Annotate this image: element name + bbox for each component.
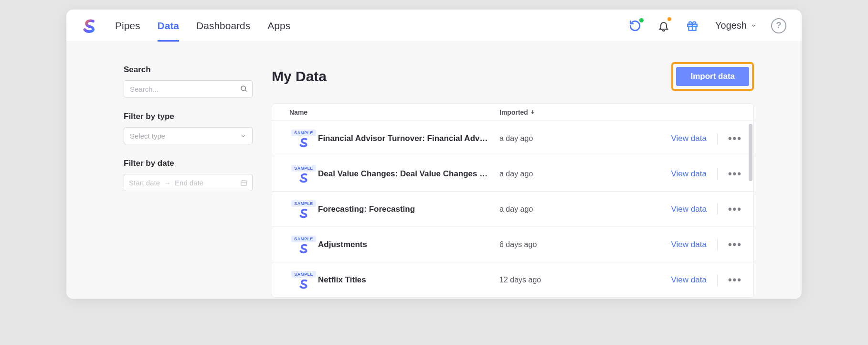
- app-window: Pipes Data Dashboards Apps: [66, 10, 802, 299]
- top-nav: Pipes Data Dashboards Apps: [66, 10, 802, 42]
- bell-icon[interactable]: [655, 17, 672, 34]
- sort-desc-icon: [530, 109, 535, 115]
- search-label: Search: [124, 65, 253, 75]
- row-icon-cell: SAMPLE: [289, 271, 318, 289]
- view-data-link[interactable]: View data: [671, 169, 707, 179]
- divider: [717, 239, 718, 250]
- view-data-link[interactable]: View data: [671, 275, 707, 285]
- svg-rect-5: [241, 181, 246, 185]
- nav-apps[interactable]: Apps: [267, 11, 290, 41]
- body: Search Filter by type Select type Filter…: [66, 42, 802, 299]
- row-icon-cell: SAMPLE: [289, 129, 318, 148]
- main-panel: My Data Import data Name Imported: [272, 42, 802, 299]
- sample-badge: SAMPLE: [291, 200, 316, 207]
- row-actions: View data •••: [671, 168, 742, 180]
- type-select[interactable]: Select type: [124, 127, 253, 144]
- nav-pipes[interactable]: Pipes: [115, 11, 140, 41]
- sample-badge: SAMPLE: [291, 129, 316, 136]
- row-name: Forecasting: Forecasting: [318, 205, 499, 214]
- more-menu-icon[interactable]: •••: [728, 275, 742, 285]
- row-actions: View data •••: [671, 133, 742, 144]
- end-date-placeholder: End date: [175, 179, 203, 187]
- row-imported: a day ago: [499, 134, 671, 143]
- user-menu[interactable]: Yogesh: [715, 20, 757, 31]
- source-logo-icon: [298, 137, 309, 148]
- col-name-header[interactable]: Name: [289, 108, 499, 116]
- scrollbar[interactable]: [749, 124, 752, 181]
- nav-data[interactable]: Data: [158, 11, 180, 41]
- table-row[interactable]: SAMPLE Netflix Titles 12 days ago View d…: [272, 262, 753, 298]
- main-nav: Pipes Data Dashboards Apps: [115, 11, 290, 41]
- row-icon-cell: SAMPLE: [289, 165, 318, 183]
- source-logo-icon: [298, 243, 309, 254]
- import-highlight: Import data: [671, 62, 754, 91]
- sample-badge: SAMPLE: [291, 165, 316, 172]
- row-name: Financial Advisor Turnover: Financial Ad…: [318, 134, 499, 143]
- start-date-placeholder: Start date: [129, 179, 160, 187]
- table-header: Name Imported: [272, 104, 753, 121]
- search-icon[interactable]: [240, 85, 248, 93]
- source-logo-icon: [298, 172, 309, 183]
- divider: [717, 274, 718, 286]
- notification-badge: [667, 16, 672, 22]
- filter-date-label: Filter by date: [124, 159, 253, 168]
- svg-point-3: [241, 86, 245, 90]
- row-icon-cell: SAMPLE: [289, 200, 318, 218]
- help-icon[interactable]: ?: [771, 18, 786, 33]
- table-row[interactable]: SAMPLE Deal Value Changes: Deal Value Ch…: [272, 156, 753, 192]
- table-row[interactable]: SAMPLE Financial Advisor Turnover: Finan…: [272, 121, 753, 156]
- table-row[interactable]: SAMPLE Adjustments 6 days ago View data …: [272, 227, 753, 262]
- col-imported-header[interactable]: Imported: [499, 108, 753, 116]
- date-range[interactable]: Start date → End date: [124, 174, 253, 191]
- svg-line-4: [245, 90, 246, 91]
- divider: [717, 204, 718, 215]
- filter-type-label: Filter by type: [124, 112, 253, 121]
- row-imported: a day ago: [499, 205, 671, 214]
- source-logo-icon: [298, 279, 309, 289]
- divider: [717, 168, 718, 180]
- brand-logo[interactable]: [81, 17, 98, 34]
- table-body: SAMPLE Financial Advisor Turnover: Finan…: [272, 121, 753, 298]
- search-input[interactable]: [124, 80, 253, 97]
- data-table: Name Imported SAMPLE: [272, 103, 754, 298]
- source-logo-icon: [298, 208, 309, 218]
- more-menu-icon[interactable]: •••: [728, 169, 742, 179]
- row-name: Deal Value Changes: Deal Value Changes -…: [318, 169, 499, 179]
- view-data-link[interactable]: View data: [671, 240, 707, 249]
- calendar-icon: [240, 179, 247, 186]
- arrow-right-icon: →: [164, 179, 171, 187]
- nav-dashboards[interactable]: Dashboards: [196, 11, 250, 41]
- row-name: Netflix Titles: [318, 275, 499, 285]
- row-icon-cell: SAMPLE: [289, 236, 318, 254]
- sample-badge: SAMPLE: [291, 236, 316, 242]
- table-row[interactable]: SAMPLE Forecasting: Forecasting a day ag…: [272, 192, 753, 227]
- row-imported: a day ago: [499, 170, 671, 178]
- sidebar: Search Filter by type Select type Filter…: [66, 42, 272, 299]
- chevron-down-icon: [240, 133, 246, 139]
- row-actions: View data •••: [671, 274, 742, 286]
- chevron-down-icon: [751, 22, 757, 29]
- search-box: [124, 80, 253, 97]
- gift-icon[interactable]: [684, 17, 701, 34]
- main-header: My Data Import data: [272, 62, 802, 91]
- more-menu-icon[interactable]: •••: [728, 204, 742, 215]
- import-data-button[interactable]: Import data: [676, 67, 749, 86]
- more-menu-icon[interactable]: •••: [728, 239, 742, 250]
- user-name: Yogesh: [715, 20, 747, 31]
- row-imported: 6 days ago: [499, 240, 671, 249]
- row-name: Adjustments: [318, 240, 499, 249]
- status-ok-badge: [638, 17, 645, 23]
- refresh-icon[interactable]: [626, 17, 644, 34]
- row-actions: View data •••: [671, 239, 742, 250]
- divider: [717, 133, 718, 144]
- row-imported: 12 days ago: [499, 276, 671, 284]
- type-select-placeholder: Select type: [130, 132, 165, 140]
- sample-badge: SAMPLE: [291, 271, 316, 278]
- more-menu-icon[interactable]: •••: [728, 133, 742, 144]
- view-data-link[interactable]: View data: [671, 205, 707, 214]
- view-data-link[interactable]: View data: [671, 134, 707, 143]
- row-actions: View data •••: [671, 204, 742, 215]
- page-title: My Data: [272, 68, 327, 85]
